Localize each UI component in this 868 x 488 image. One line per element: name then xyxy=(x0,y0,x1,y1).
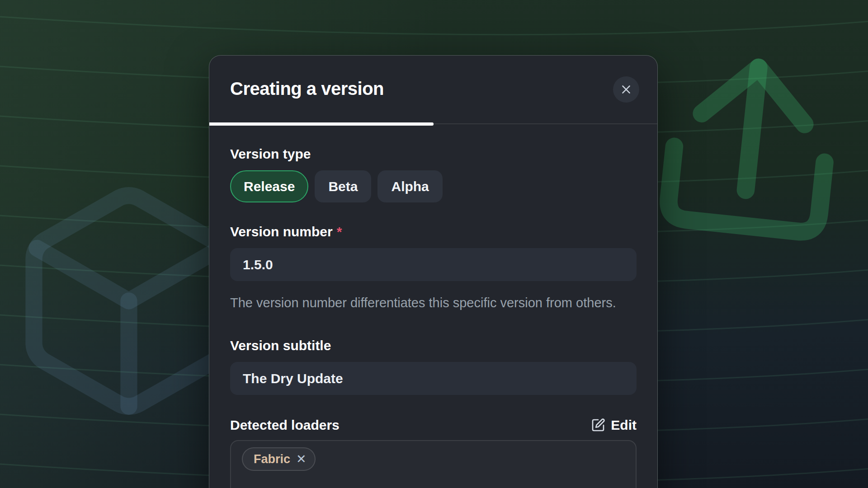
modal-body: Version type Release Beta Alpha Version … xyxy=(209,126,657,488)
create-version-modal: Creating a version Version type Release … xyxy=(209,55,658,488)
version-number-label: Version number * xyxy=(230,223,637,240)
detected-loaders-label: Detected loaders xyxy=(230,417,340,434)
version-type-beta-button[interactable]: Beta xyxy=(315,170,371,202)
detected-loaders-box: Fabric ✕ xyxy=(230,440,637,488)
modal-header: Creating a version xyxy=(209,56,657,99)
required-asterisk: * xyxy=(337,223,342,240)
version-type-release-button[interactable]: Release xyxy=(230,170,308,202)
version-type-alpha-button[interactable]: Alpha xyxy=(377,170,442,202)
modal-title: Creating a version xyxy=(230,78,637,99)
version-number-input[interactable] xyxy=(230,248,637,281)
x-icon xyxy=(620,84,632,95)
detected-loaders-row: Detected loaders Edit xyxy=(230,417,637,434)
remove-loader-button[interactable]: ✕ xyxy=(296,453,307,465)
version-type-options: Release Beta Alpha xyxy=(230,170,637,202)
version-type-label: Version type xyxy=(230,145,637,163)
progress-fill xyxy=(209,122,434,126)
square-pen-icon xyxy=(591,418,605,432)
edit-loaders-button[interactable]: Edit xyxy=(591,418,637,433)
loader-chip-label: Fabric xyxy=(254,452,290,466)
version-subtitle-label: Version subtitle xyxy=(230,337,637,354)
step-progress-bar xyxy=(209,122,657,126)
loader-chip-fabric: Fabric ✕ xyxy=(242,447,316,471)
version-number-helper: The version number differentiates this s… xyxy=(230,293,628,313)
close-button[interactable] xyxy=(613,76,639,103)
upload-arrow-icon xyxy=(641,28,861,260)
edit-label: Edit xyxy=(611,418,637,433)
version-subtitle-input[interactable] xyxy=(230,362,637,395)
